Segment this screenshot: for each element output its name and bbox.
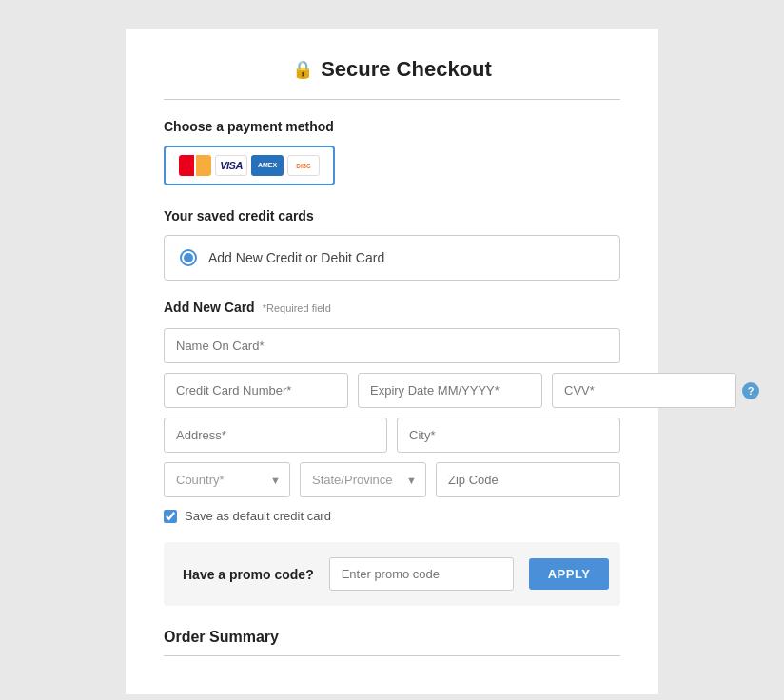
required-note: *Required field [263,302,331,314]
checkout-card: 🔒 Secure Checkout Choose a payment metho… [126,29,658,694]
add-new-card-title-row: Add New Card *Required field [164,300,620,315]
credit-card-payment-option[interactable]: VISA AMEX DISC [164,146,335,185]
radio-selected-inner [184,253,193,262]
amex-icon: AMEX [251,155,284,176]
payment-method-label: Choose a payment method [164,119,620,134]
add-new-card-label: Add New Credit or Debit Card [208,250,384,265]
apply-promo-button[interactable]: APPLY [529,558,610,590]
save-default-label: Save as default credit card [185,509,331,523]
cvv-input[interactable] [552,373,736,408]
add-new-card-form: Add New Card *Required field ? [164,300,620,523]
saved-cards-section: Your saved credit cards Add New Credit o… [164,208,620,281]
add-new-card-option[interactable]: Add New Credit or Debit Card [164,235,620,281]
lock-icon: 🔒 [292,59,313,80]
card-details-row: ? [164,373,620,408]
name-row [164,328,620,363]
location-row: Country* ▼ State/Province ▼ [164,462,620,497]
save-default-row: Save as default credit card [164,509,620,523]
saved-cards-label: Your saved credit cards [164,208,620,224]
card-icons: VISA AMEX DISC [179,155,320,176]
discover-icon: DISC [287,155,320,176]
name-on-card-input[interactable] [164,328,620,363]
payment-methods: VISA AMEX DISC [164,146,620,185]
zip-input[interactable] [436,462,620,497]
card-number-input[interactable] [164,373,348,408]
country-select[interactable]: Country* [164,462,290,497]
page-title: 🔒 Secure Checkout [164,57,620,82]
visa-icon: VISA [215,155,247,176]
country-wrapper: Country* ▼ [164,462,290,497]
page-container: 🔒 Secure Checkout Choose a payment metho… [0,19,784,694]
state-wrapper: State/Province ▼ [300,462,426,497]
add-new-card-title-text: Add New Card [164,300,255,315]
expiry-input[interactable] [358,373,542,408]
page-title-text: Secure Checkout [321,57,492,82]
promo-code-input[interactable] [329,557,514,591]
order-summary-divider [164,655,620,656]
add-new-card-radio[interactable] [180,249,197,266]
title-divider [164,99,620,100]
address-row [164,418,620,453]
promo-section: Have a promo code? APPLY [164,542,620,606]
city-input[interactable] [397,418,620,453]
mastercard-icon [179,155,211,176]
order-summary-title: Order Summary [164,629,620,646]
cvv-wrapper: ? [552,373,759,408]
address-input[interactable] [164,418,387,453]
cvv-help-icon[interactable]: ? [742,382,759,399]
promo-question: Have a promo code? [183,567,314,582]
state-select[interactable]: State/Province [300,462,426,497]
save-default-checkbox[interactable] [164,510,177,523]
